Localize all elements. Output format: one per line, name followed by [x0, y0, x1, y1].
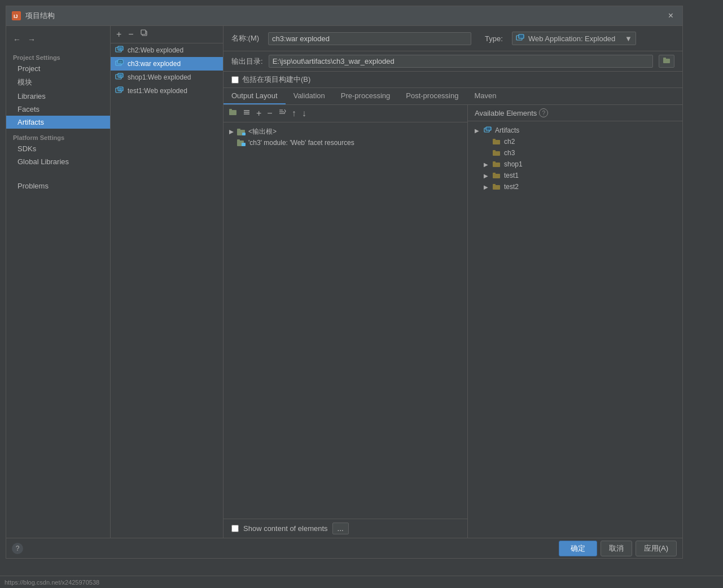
sidebar-item-global-libraries[interactable]: Global Libraries — [6, 155, 110, 168]
type-value: Web Application: Exploded — [528, 34, 615, 43]
svg-rect-41 — [237, 139, 240, 141]
show-content-label[interactable]: Show content of elements — [243, 524, 328, 533]
sidebar-item-sdks[interactable]: SDKs — [6, 142, 110, 155]
nav-arrows: ← → — [6, 30, 110, 49]
output-dir-input[interactable] — [269, 55, 653, 68]
tab-output-layout[interactable]: Output Layout — [224, 88, 286, 104]
expand-arrow-test2-icon: ▶ — [484, 184, 489, 190]
folder-test2-icon — [493, 183, 501, 190]
status-url: https://blog.csdn.net/x2425970538 — [5, 579, 99, 586]
remove-element-btn[interactable]: − — [265, 107, 274, 120]
help-icon[interactable]: ? — [539, 108, 548, 117]
avail-item-test2[interactable]: ▶ test2 — [468, 181, 682, 192]
checkbox-row: 包括在项目构建中(B) — [224, 72, 682, 88]
sidebar-item-facets[interactable]: Facets — [6, 103, 110, 116]
ok-button[interactable]: 确定 — [559, 541, 597, 556]
tree-root-item[interactable]: <输出根> — [224, 126, 467, 138]
svg-rect-47 — [493, 151, 500, 156]
include-in-build-label[interactable]: 包括在项目构建中(B) — [242, 74, 310, 85]
avail-item-ch2[interactable]: ▶ ch2 — [468, 136, 682, 147]
sidebar-item-artifacts[interactable]: Artifacts — [6, 116, 110, 129]
sidebar-item-project[interactable]: Project — [6, 62, 110, 75]
output-tree: + − ↑ ↓ — [224, 105, 468, 538]
nav-forward[interactable]: → — [25, 34, 38, 45]
close-button[interactable]: × — [665, 10, 677, 22]
available-elements-title: Available Elements — [475, 109, 537, 117]
project-settings-title: Project Settings — [6, 52, 110, 62]
apply-button[interactable]: 应用(A) — [636, 541, 677, 556]
artifact-panel: + − — [111, 26, 224, 538]
name-input[interactable] — [268, 32, 471, 45]
svg-rect-27 — [663, 58, 666, 59]
svg-rect-44 — [486, 127, 491, 130]
name-label: 名称:(M) — [231, 33, 259, 43]
artifact-list: ch2:Web exploded ch3:war exploded — [111, 43, 223, 538]
add-element-btn[interactable]: + — [254, 107, 264, 120]
bottom-bar-left: ? — [12, 543, 23, 554]
sidebar: ← → Project Settings Project 模块 Librarie… — [6, 26, 111, 538]
folder-browse-icon — [663, 57, 670, 64]
avail-item-shop1[interactable]: ▶ shop1 — [468, 159, 682, 170]
artifact-item-ch2[interactable]: ch2:Web exploded — [111, 43, 223, 57]
tab-post-processing[interactable]: Post-processing — [398, 88, 466, 104]
tree-child-item[interactable]: 'ch3' module: 'Web' facet resources — [224, 138, 467, 148]
browse-button[interactable] — [659, 55, 674, 68]
help-button[interactable]: ? — [12, 543, 23, 554]
output-dir-label: 输出目录: — [231, 56, 263, 67]
show-content-row: Show content of elements ... — [224, 519, 467, 538]
svg-rect-39 — [242, 133, 246, 135]
show-content-checkbox[interactable] — [231, 525, 239, 532]
avail-item-artifacts[interactable]: ▶ Artifacts — [468, 125, 682, 136]
app-icon: IJ — [12, 11, 21, 20]
sort-btn[interactable] — [276, 107, 288, 120]
move-up-btn[interactable]: ↑ — [290, 107, 299, 120]
sort-icon — [278, 108, 286, 116]
dots-button[interactable]: ... — [332, 523, 349, 534]
form-header: 名称:(M) Type: Web Application: Exploded ▼ — [224, 26, 682, 51]
remove-artifact-button[interactable]: − — [126, 28, 135, 41]
artifact-item-ch3[interactable]: ch3:war exploded — [111, 57, 223, 71]
add-artifact-button[interactable]: + — [114, 28, 124, 41]
bottom-bar-right: 确定 取消 应用(A) — [559, 541, 677, 556]
project-structure-dialog: IJ 项目结构 × ← → Project Settings Project 模… — [6, 6, 683, 559]
sidebar-item-problems[interactable]: Problems — [6, 179, 110, 192]
include-in-build-checkbox[interactable] — [231, 76, 239, 84]
tab-pre-processing[interactable]: Pre-processing — [333, 88, 398, 104]
svg-rect-3 — [141, 30, 146, 34]
output-layout-area: + − ↑ ↓ — [224, 105, 682, 538]
root-arrow-icon — [228, 129, 235, 135]
sidebar-item-libraries[interactable]: Libraries — [6, 90, 110, 103]
svg-rect-46 — [493, 139, 496, 141]
sidebar-item-modules[interactable]: 模块 — [6, 75, 110, 90]
list-view-btn[interactable] — [240, 107, 253, 120]
artifact-item-shop1[interactable]: shop1:Web exploded — [111, 71, 223, 84]
type-dropdown[interactable]: Web Application: Exploded ▼ — [512, 32, 636, 45]
copy-artifact-button[interactable] — [138, 28, 151, 41]
artifact-item-test1[interactable]: test1:Web exploded — [111, 84, 223, 98]
svg-rect-49 — [493, 163, 500, 167]
svg-rect-42 — [242, 143, 246, 146]
move-down-btn[interactable]: ↓ — [300, 107, 309, 120]
tab-maven[interactable]: Maven — [466, 88, 504, 104]
svg-rect-54 — [493, 184, 496, 186]
svg-rect-38 — [237, 129, 240, 130]
svg-rect-53 — [493, 185, 500, 190]
cancel-button[interactable]: 取消 — [601, 541, 632, 556]
show-directory-btn[interactable] — [227, 107, 239, 120]
svg-rect-25 — [519, 34, 524, 38]
output-root-icon — [237, 128, 246, 136]
svg-rect-45 — [493, 140, 500, 144]
facet-resource-icon — [237, 139, 246, 147]
content-area: ← → Project Settings Project 模块 Librarie… — [6, 26, 682, 538]
dialog-title: 项目结构 — [25, 11, 55, 21]
main-panel: 名称:(M) Type: Web Application: Exploded ▼… — [224, 26, 682, 538]
avail-item-test1[interactable]: ▶ test1 — [468, 170, 682, 181]
title-bar-left: IJ 项目结构 — [12, 11, 55, 21]
tab-validation[interactable]: Validation — [286, 88, 333, 104]
avail-item-ch3[interactable]: ▶ ch3 — [468, 147, 682, 159]
expand-arrow-test1-icon: ▶ — [484, 173, 489, 179]
nav-back[interactable]: ← — [11, 34, 23, 45]
output-dir-row: 输出目录: — [224, 51, 682, 72]
web-artifact-icon-ch3 — [115, 59, 124, 68]
type-label: Type: — [485, 34, 503, 43]
